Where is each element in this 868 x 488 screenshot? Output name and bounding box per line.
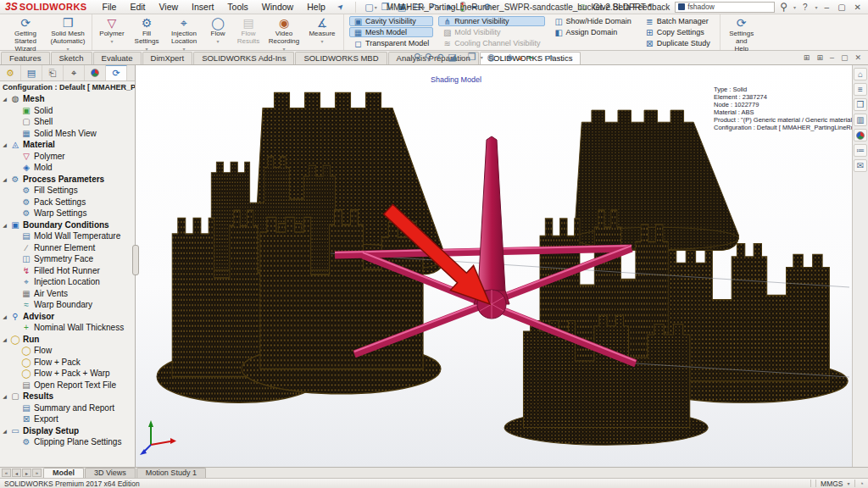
transparent-model-toggle[interactable]: ◻ Transparent Model <box>349 38 433 48</box>
measure-button[interactable]: ∡ Measure ▾ <box>303 14 341 50</box>
menu-insert[interactable]: Insert <box>185 1 220 13</box>
tree-node-advisor[interactable]: ◢⚲Advisor <box>0 311 135 323</box>
apply-scene-icon[interactable]: ◓ <box>527 53 533 63</box>
home-icon[interactable]: ⌂ <box>854 68 867 80</box>
injection-location-button[interactable]: ⌖ InjectionLocation ▾ <box>164 14 203 50</box>
menu-tools[interactable]: Tools <box>220 1 255 13</box>
tree-item-mold[interactable]: ◈Mold <box>0 162 135 174</box>
view-settings-icon[interactable]: ▭ <box>544 52 553 63</box>
tree-node-mesh[interactable]: ◢◍Mesh <box>0 93 135 105</box>
chevron-down-icon[interactable]: ▾ <box>815 4 818 10</box>
tree-item-flow[interactable]: ◯Flow <box>0 345 135 357</box>
chevron-down-icon[interactable]: ▾ <box>537 54 540 60</box>
tree-item-fill-settings[interactable]: ⚙Fill Settings <box>0 185 135 197</box>
graphics-viewport[interactable]: Shading Model Type : Solid Element : 238… <box>136 65 852 467</box>
tree-item-symmetry-face[interactable]: ◫Symmetry Face <box>0 253 135 265</box>
polymer-button[interactable]: ▽ Polymer ▾ <box>95 14 129 50</box>
scroll-first-icon[interactable]: « <box>2 469 11 477</box>
tree-node-material[interactable]: ◢◬Material <box>0 139 135 151</box>
expand-icon[interactable]: ◢ <box>0 176 9 182</box>
tree-item-mold-wall-temperature[interactable]: ▤Mold Wall Temperature <box>0 230 135 242</box>
tab-dimxpert[interactable]: DimXpert <box>142 52 193 64</box>
property-manager-tab[interactable]: ▤ <box>21 65 42 80</box>
scroll-next-icon[interactable]: ▸ <box>22 469 31 477</box>
tab-motion-study-1[interactable]: Motion Study 1 <box>136 468 206 478</box>
tree-item-nominal-wall-thickness[interactable]: +Nominal Wall Thickness <box>0 322 135 334</box>
runner-visibility-toggle[interactable]: ⋔ Runner Visibility <box>438 16 544 26</box>
search-icon[interactable]: ⚲ <box>780 1 787 13</box>
hide-show-items-icon[interactable]: ◈ <box>506 52 513 63</box>
display-style-icon[interactable]: ◍ <box>487 52 496 63</box>
appearances-scenes-icon[interactable] <box>854 129 867 141</box>
tree-item-solid[interactable]: ▣Solid <box>0 105 135 117</box>
chevron-down-icon[interactable]: ▾ <box>793 4 796 10</box>
show-hide-domain-button[interactable]: ◫ Show/Hide Domain <box>550 16 636 26</box>
cavity-visibility-toggle[interactable]: ▣ Cavity Visibility <box>349 16 433 26</box>
dock-pane-icon[interactable]: ⊞ <box>816 53 823 62</box>
tree-node-process-parameters[interactable]: ◢⚙Process Parameters <box>0 174 135 186</box>
batch-manager-button[interactable]: ≣ Batch Manager <box>641 16 715 26</box>
menu-window[interactable]: Window <box>255 1 300 13</box>
design-library-icon[interactable]: ≡ <box>854 83 867 96</box>
tree-item-shell[interactable]: ▢Shell <box>0 116 135 128</box>
zoom-to-fit-icon[interactable]: ⚲ <box>414 52 420 63</box>
menu-edit[interactable]: Edit <box>123 1 152 13</box>
custom-properties-icon[interactable]: ≔ <box>854 144 867 157</box>
expand-icon[interactable]: ◢ <box>0 393 9 399</box>
tree-item-open-report-text-file[interactable]: ▤Open Report Text File <box>0 380 135 391</box>
sandcastle-bucket-mesh-8[interactable] <box>504 315 708 445</box>
expand-icon[interactable]: ◢ <box>0 336 9 342</box>
file-explorer-icon[interactable]: ❒ <box>854 98 867 111</box>
copy-settings-button[interactable]: ⊞ Copy Settings <box>641 27 715 37</box>
mesh-model-toggle[interactable]: ▦ Mesh Model <box>349 27 433 37</box>
tab-sketch[interactable]: Sketch <box>51 52 92 64</box>
zoom-to-area-icon[interactable]: ⚲ <box>425 52 431 63</box>
view-palette-icon[interactable]: ▥ <box>854 114 867 126</box>
pin-menu-icon[interactable]: ➤ <box>331 0 349 15</box>
duplicate-study-button[interactable]: ⊠ Duplicate Study <box>641 38 715 48</box>
tree-item-solid-mesh-view[interactable]: ▦Solid Mesh View <box>0 128 135 140</box>
previous-view-icon[interactable]: ↶ <box>436 52 443 63</box>
section-view-icon[interactable]: ◪ <box>448 52 456 63</box>
plastics-manager-tab[interactable]: ⟳ <box>106 65 127 80</box>
view-orientation-icon[interactable]: ❒ <box>468 52 476 63</box>
tab-3d-views[interactable]: 3D Views <box>85 468 136 478</box>
tree-node-boundary-conditions[interactable]: ◢▣Boundary Conditions <box>0 219 135 231</box>
configuration-manager-tab[interactable]: ⎗ <box>42 65 64 80</box>
panel-splitter-handle[interactable] <box>132 245 139 275</box>
tree-node-results[interactable]: ◢▢Results <box>0 391 135 402</box>
menu-file[interactable]: File <box>95 1 123 13</box>
tree-item-export[interactable]: ⊠Export <box>0 413 135 425</box>
tab-evaluate[interactable]: Evaluate <box>93 52 142 64</box>
new-document-button[interactable]: ▢▾ <box>363 2 378 13</box>
settings-and-help-button[interactable]: ⟳ SettingsandHelp <box>723 14 760 50</box>
assign-domain-button[interactable]: ◧ Assign Domain <box>550 27 636 37</box>
chevron-down-icon[interactable]: ▾ <box>481 54 483 60</box>
search-input[interactable] <box>687 3 755 11</box>
tree-node-run[interactable]: ◢◯Run <box>0 334 135 346</box>
tree-item-warp-boundary[interactable]: ≈Warp Boundary <box>0 299 135 311</box>
expand-icon[interactable]: ◢ <box>0 96 9 102</box>
feature-manager-tab[interactable]: ⚙ <box>0 65 21 80</box>
tree-item-runner-element[interactable]: ∕Runner Element <box>0 242 135 254</box>
minimize-document-icon[interactable]: – <box>830 53 834 62</box>
chevron-down-icon[interactable]: ▾ <box>557 54 559 60</box>
chevron-down-icon[interactable]: ▾ <box>461 54 464 60</box>
maximize-button[interactable]: ▢ <box>836 3 847 12</box>
tree-item-clipping-plane-settings[interactable]: ⚙Clipping Plane Settings <box>0 436 135 448</box>
edit-appearance-icon[interactable]: ◕ <box>518 53 524 63</box>
tree-item-flow-pack[interactable]: ◯Flow + Pack <box>0 357 135 369</box>
tree-node-display-setup[interactable]: ◢▭Display Setup <box>0 425 135 437</box>
tree-item-polymer[interactable]: ▽Polymer <box>0 151 135 163</box>
tree-item-summary-and-report[interactable]: ▤Summary and Report <box>0 402 135 414</box>
help-icon[interactable]: ? <box>801 3 810 12</box>
expand-icon[interactable]: ◢ <box>0 222 9 228</box>
getting-started-wizard-button[interactable]: ⟳ Getting StartedWizard ▾ <box>4 14 47 50</box>
forum-icon[interactable]: ✉ <box>854 159 867 172</box>
tab-model[interactable]: Model <box>43 468 84 478</box>
close-button[interactable]: ✕ <box>853 3 863 12</box>
dock-pane-icon[interactable]: ⊞ <box>804 53 810 62</box>
menu-help[interactable]: Help <box>300 1 332 13</box>
tab-solidworks-addins[interactable]: SOLIDWORKS Add-Ins <box>193 52 294 64</box>
expand-icon[interactable]: ◢ <box>0 141 9 147</box>
